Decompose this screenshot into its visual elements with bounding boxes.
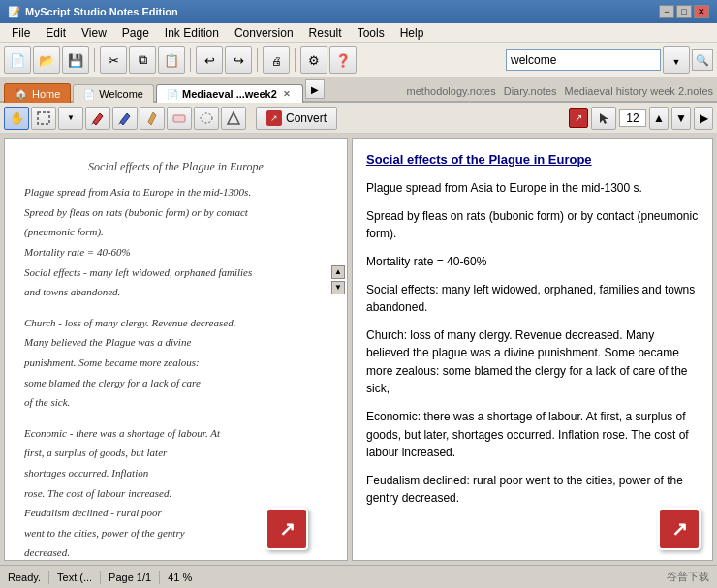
copy-button[interactable] — [129, 46, 156, 74]
undo-icon — [204, 52, 215, 68]
page-up-button[interactable]: ▲ — [649, 107, 669, 130]
convert-icon: ↗ — [266, 110, 282, 126]
close-button[interactable]: ✕ — [694, 5, 709, 18]
hw-title: Social effects of the Plague in Europe — [24, 158, 327, 176]
status-text-info: Text (... — [57, 572, 92, 583]
settings-button[interactable] — [300, 46, 327, 74]
settings-icon — [308, 52, 320, 68]
tab-diary[interactable]: Diary.notes — [504, 85, 557, 97]
tab-home[interactable]: 🏠 Home — [4, 83, 71, 103]
extra-tool[interactable] — [221, 107, 246, 130]
hw-line-11: of the sick. — [24, 394, 327, 412]
menu-view[interactable]: View — [74, 24, 114, 42]
hw-line-4: Social effects - many left widowed, orph… — [24, 264, 327, 282]
convert-button[interactable]: ↗ Convert — [256, 107, 337, 130]
cursor-tool[interactable] — [591, 107, 616, 130]
menu-conversion[interactable]: Conversion — [227, 24, 301, 42]
search-dropdown[interactable] — [663, 46, 690, 74]
cut-icon — [109, 52, 119, 68]
page-number: 12 — [619, 109, 646, 127]
undo-button[interactable] — [196, 46, 223, 74]
cut-button[interactable] — [100, 46, 127, 74]
svg-point-2 — [201, 113, 212, 123]
hw-line-15: shortages occurred. Inflation — [24, 465, 327, 482]
svg-rect-0 — [38, 112, 49, 124]
hw-spacer-2 — [24, 415, 327, 422]
tab-mediaeval[interactable]: 📄 Mediaeval ...week2 ✕ — [156, 84, 303, 103]
hw-line-5: and towns abandoned. — [24, 284, 327, 301]
app-icon: 📝 — [8, 6, 21, 18]
scroll-down-button[interactable]: ▼ — [331, 281, 345, 294]
search-input[interactable] — [506, 49, 661, 71]
help-button[interactable] — [329, 46, 357, 74]
right-wm-arrow: ↗ — [671, 514, 688, 544]
select-tool[interactable] — [31, 107, 56, 130]
hw-line-2: (pneumonic form). — [24, 224, 327, 241]
lasso-tool[interactable] — [194, 107, 219, 130]
right-convert-watermark: ↗ — [658, 508, 701, 550]
menu-help[interactable]: Help — [392, 24, 432, 42]
redo-button[interactable] — [225, 46, 252, 74]
hw-line-14: first, a surplus of goods, but later — [24, 445, 327, 462]
hw-line-7: Church - loss of many clergy. Revenue de… — [24, 315, 327, 332]
menu-file[interactable]: File — [4, 24, 38, 42]
select-rect-icon — [36, 110, 51, 126]
status-ready: Ready. — [8, 572, 41, 583]
new-button[interactable] — [4, 46, 31, 74]
page-next-button[interactable]: ▶ — [694, 107, 713, 130]
save-button[interactable] — [62, 46, 89, 74]
print-button[interactable] — [263, 46, 290, 74]
menu-ink-edition[interactable]: Ink Edition — [157, 24, 227, 42]
convert-right-icon: ↗ — [569, 108, 588, 128]
menu-tools[interactable]: Tools — [350, 24, 392, 42]
menu-page[interactable]: Page — [114, 24, 157, 42]
tabs-right: methodology.notes Diary.notes Mediaeval … — [407, 85, 713, 101]
select-dropdown[interactable]: ▼ — [58, 107, 83, 130]
titlebar: 📝 MyScript Studio Notes Edition − □ ✕ — [0, 0, 717, 23]
pen-color-tool[interactable] — [112, 107, 138, 130]
paste-button[interactable] — [158, 46, 185, 74]
tab-add-button[interactable]: ▶ — [305, 79, 325, 99]
app-title: 📝 MyScript Studio Notes Edition — [8, 6, 178, 18]
status-sep-1 — [48, 571, 49, 584]
tab-mediaeval-history[interactable]: Mediaeval history week 2.notes — [565, 85, 713, 97]
tab-close-button[interactable]: ✕ — [281, 88, 293, 100]
minimize-button[interactable]: − — [659, 5, 674, 18]
tab-methodology[interactable]: methodology.notes — [407, 85, 496, 97]
toolbar-sep-3 — [257, 48, 258, 72]
convert-arrow-icon: ↗ — [575, 112, 582, 123]
page-controls: ↗ 12 ▲ ▼ ▶ — [569, 107, 713, 130]
select-arrow-icon: ▼ — [67, 113, 75, 122]
menu-edit[interactable]: Edit — [38, 24, 74, 42]
statusbar: Ready. Text (... Page 1/1 41 % 谷普下载 — [0, 565, 717, 588]
svg-rect-1 — [173, 115, 185, 122]
menu-result[interactable]: Result — [301, 24, 350, 42]
right-wm-icon: ↗ — [658, 508, 701, 550]
pen-tool[interactable] — [85, 107, 110, 130]
page-down-button[interactable]: ▼ — [671, 107, 691, 130]
search-icon — [696, 53, 709, 67]
toolbar-sep-4 — [295, 48, 296, 72]
tab-mediaeval-label: Mediaeval ...week2 — [182, 88, 277, 100]
pen-color-icon — [117, 110, 133, 126]
main-content: Social effects of the Plague in Europe P… — [0, 134, 717, 565]
maximize-button[interactable]: □ — [676, 5, 692, 18]
convert-wm-icon — [265, 508, 308, 550]
toolbar — [0, 43, 717, 77]
open-button[interactable] — [33, 46, 60, 74]
eraser-tool[interactable] — [167, 107, 192, 130]
hand-tool[interactable]: ✋ — [4, 107, 29, 130]
converted-para-4: Church: loss of many clergy. Revenue dec… — [366, 326, 699, 398]
marker-tool[interactable] — [140, 107, 165, 130]
converted-para-0: Plague spread from Asia to Europe in the… — [366, 179, 699, 198]
tabs-bar: 🏠 Home 📄 Welcome 📄 Mediaeval ...week2 ✕ … — [0, 77, 717, 103]
search-button[interactable] — [692, 49, 713, 71]
toolbar-sep-1 — [94, 48, 95, 72]
status-watermark: 谷普下载 — [667, 570, 709, 584]
tab-welcome[interactable]: 📄 Welcome — [73, 84, 154, 103]
hw-line-10: some blamed the clergy for a lack of car… — [24, 375, 327, 392]
add-tab-icon: ▶ — [311, 84, 319, 95]
scroll-up-button[interactable]: ▲ — [331, 265, 345, 279]
converted-para-6: Feudalism declined: rural poor went to t… — [366, 472, 699, 508]
hw-line-8: Many believed the Plague was a divine — [24, 334, 327, 352]
